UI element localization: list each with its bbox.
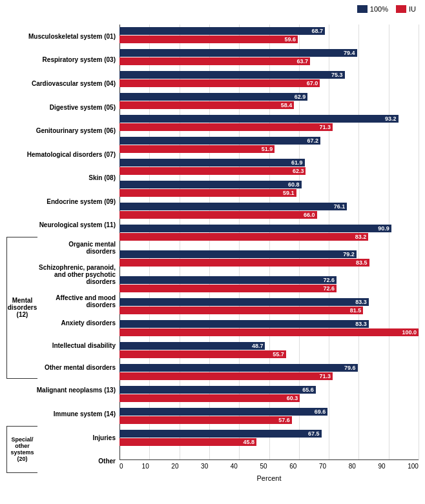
y-label-anxiety: Anxiety disorders bbox=[39, 312, 119, 334]
y-label-other: Other bbox=[39, 449, 119, 473]
bar-red-injuries: 57.6 bbox=[119, 416, 292, 424]
y-label-skin: Skin (08) bbox=[6, 166, 119, 190]
x-label-40: 40 bbox=[231, 463, 238, 473]
y-label-affective: Affective and mood disorders bbox=[39, 290, 119, 312]
x-label-70: 70 bbox=[319, 463, 326, 473]
y-label-cardiovascular: Cardiovascular system (04) bbox=[6, 72, 119, 96]
bar-red-digestive: 58.4 bbox=[119, 101, 294, 109]
mental-disorders-group: Mentaldisorders(12) Organic mental disor… bbox=[6, 237, 119, 378]
bar-navy-respiratory: 79.4 bbox=[119, 49, 357, 57]
grid-70 bbox=[329, 25, 329, 460]
y-label-malignant: Malignant neoplasms (13) bbox=[6, 379, 119, 403]
grid-100 bbox=[419, 25, 419, 460]
legend-100-label: 100% bbox=[370, 5, 388, 13]
y-label-neurological: Neurological system (11) bbox=[6, 214, 119, 237]
bar-navy-skin: 61.9 bbox=[119, 159, 305, 166]
y-label-schizophrenic: Schizophrenic, paranoid, and other psych… bbox=[39, 259, 119, 290]
x-label-60: 60 bbox=[289, 463, 296, 473]
legend-iu-box bbox=[396, 5, 406, 13]
legend-100: 100% bbox=[357, 5, 388, 13]
bar-red-respiratory: 63.7 bbox=[119, 57, 310, 65]
bar-red-other-mental: 55.7 bbox=[119, 350, 286, 358]
bar-red-neurological: 66.0 bbox=[119, 211, 317, 219]
bar-red-genitourinary: 71.3 bbox=[119, 123, 333, 131]
x-label-50: 50 bbox=[260, 463, 267, 473]
bar-navy-other-mental: 48.7 bbox=[119, 342, 265, 350]
bar-group-musculoskeletal: 68.7 59.6 bbox=[119, 25, 419, 46]
bar-label-navy-musculoskeletal: 68.7 bbox=[312, 27, 324, 35]
bar-label-red-musculoskeletal: 59.6 bbox=[284, 35, 296, 43]
y-label-injuries: Injuries bbox=[39, 426, 119, 450]
legend: 100% IU bbox=[357, 5, 416, 13]
x-axis-title: Percent bbox=[6, 474, 419, 482]
bar-navy-organic: 90.9 bbox=[119, 225, 391, 232]
special-systems-group: Special/othersystems(20) Injuries Other bbox=[6, 426, 119, 473]
bar-row-navy-musculoskeletal: 68.7 bbox=[119, 27, 419, 35]
bar-navy-injuries: 69.6 bbox=[119, 408, 327, 416]
x-label-90: 90 bbox=[378, 463, 385, 473]
bar-navy-affective: 72.6 bbox=[119, 276, 337, 284]
x-axis-line bbox=[119, 459, 419, 460]
bars-area: 68.7 59.6 79.4 bbox=[119, 25, 419, 473]
x-label-30: 30 bbox=[201, 463, 208, 473]
x-label-20: 20 bbox=[171, 463, 178, 473]
x-label-100: 100 bbox=[408, 463, 419, 473]
bar-red-schizophrenic: 83.5 bbox=[119, 259, 369, 267]
bar-red-hematological: 51.9 bbox=[119, 145, 275, 153]
y-label-genitourinary: Genitourinary system (06) bbox=[6, 119, 119, 143]
bar-red-intellectual: 100.0 bbox=[119, 328, 419, 336]
bar-navy-intellectual: 83.3 bbox=[119, 320, 369, 328]
bar-navy-genitourinary: 93.2 bbox=[119, 115, 399, 123]
bar-row-navy-genitourinary: 93.2 bbox=[119, 115, 419, 123]
legend-iu: IU bbox=[396, 5, 416, 13]
bar-red-organic: 83.2 bbox=[119, 233, 368, 241]
legend-iu-label: IU bbox=[409, 5, 416, 13]
bar-navy-immune: 65.6 bbox=[119, 386, 316, 394]
mental-label: Mentaldisorders(12) bbox=[8, 297, 37, 318]
bar-red-immune: 60.3 bbox=[119, 394, 300, 402]
bar-red-malignant: 71.3 bbox=[119, 372, 333, 380]
bar-navy-neurological: 76.1 bbox=[119, 203, 347, 210]
x-axis-labels: 0 10 20 30 40 50 60 70 80 90 100 bbox=[119, 461, 419, 473]
bar-row-red-musculoskeletal: 59.6 bbox=[119, 35, 419, 43]
special-label: Special/othersystems(20) bbox=[10, 436, 34, 462]
bar-red-skin: 62.3 bbox=[119, 167, 306, 175]
y-axis-labels: Musculoskeletal system (01) Respiratory … bbox=[6, 25, 119, 473]
bar-navy-digestive: 62.9 bbox=[119, 93, 307, 101]
bar-red-cardiovascular: 67.0 bbox=[119, 79, 320, 87]
bar-navy-hematological: 67.2 bbox=[119, 137, 320, 145]
x-label-80: 80 bbox=[349, 463, 356, 473]
bar-navy-endocrine: 60.8 bbox=[119, 181, 302, 188]
bar-navy-other: 67.5 bbox=[119, 430, 322, 438]
bar-navy-anxiety: 83.3 bbox=[119, 298, 369, 306]
mental-sub-labels: Organic mental disorders Schizophrenic, … bbox=[39, 237, 119, 378]
grid-80 bbox=[358, 25, 359, 460]
bar-navy-musculoskeletal: 68.7 bbox=[119, 27, 325, 35]
y-label-immune: Immune system (14) bbox=[6, 402, 119, 426]
bar-navy-malignant: 79.6 bbox=[119, 364, 358, 372]
bar-row-navy-organic: 90.9 bbox=[119, 225, 419, 232]
y-label-intellectual: Intellectual disability bbox=[39, 334, 119, 356]
bar-navy-schizophrenic: 79.2 bbox=[119, 250, 357, 258]
y-label-musculoskeletal: Musculoskeletal system (01) bbox=[6, 25, 119, 48]
y-label-endocrine: Endocrine system (09) bbox=[6, 190, 119, 214]
bar-red-other: 45.8 bbox=[119, 438, 256, 446]
special-bracket-label: Special/othersystems(20) bbox=[6, 426, 37, 473]
bar-red-affective: 72.6 bbox=[119, 285, 337, 292]
y-label-hematological: Hematological disorders (07) bbox=[6, 143, 119, 166]
x-label-10: 10 bbox=[142, 463, 149, 473]
legend-100-box bbox=[357, 5, 368, 13]
y-label-other-mental: Other mental disorders bbox=[39, 356, 119, 378]
bar-row-red-intellectual: 100.0 bbox=[119, 328, 419, 336]
y-label-digestive: Digestive system (05) bbox=[6, 96, 119, 119]
bar-navy-cardiovascular: 75.3 bbox=[119, 71, 345, 79]
y-label-organic: Organic mental disorders bbox=[39, 237, 119, 259]
y-label-respiratory: Respiratory system (03) bbox=[6, 48, 119, 72]
chart-container: 100% IU Musculoskeletal system (01) Resp… bbox=[0, 0, 425, 504]
bar-red-musculoskeletal: 59.6 bbox=[119, 35, 298, 43]
grid-90 bbox=[389, 25, 389, 460]
special-sub-labels: Injuries Other bbox=[39, 426, 119, 473]
mental-bracket-label: Mentaldisorders(12) bbox=[6, 237, 37, 378]
bar-red-anxiety: 81.5 bbox=[119, 307, 363, 314]
bar-red-endocrine: 59.1 bbox=[119, 189, 296, 197]
